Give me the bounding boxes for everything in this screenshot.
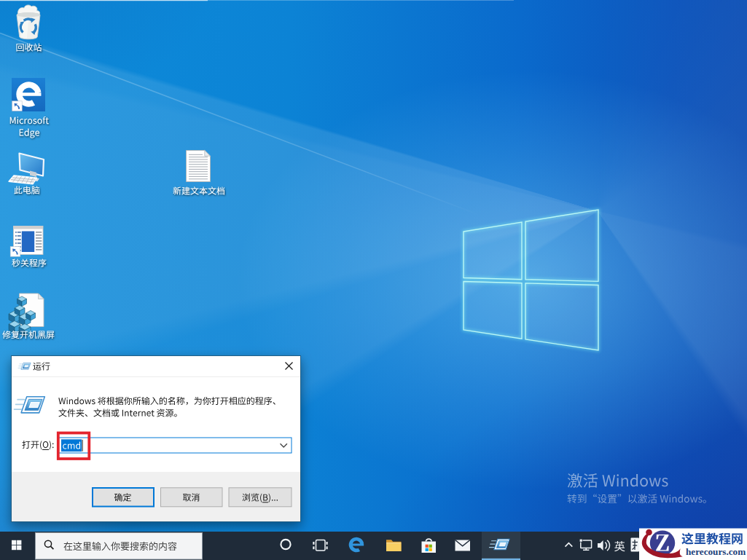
svg-text:herecours.com: herecours.com [686,546,746,557]
